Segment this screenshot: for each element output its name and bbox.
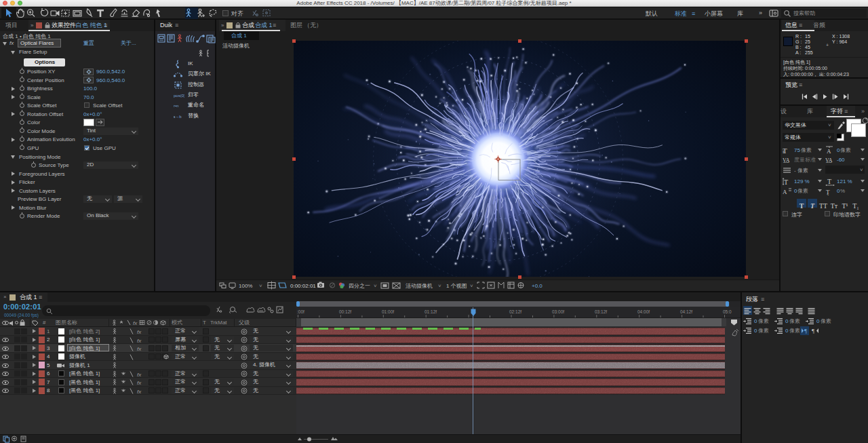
svg-text:r•n: r•n — [174, 104, 178, 108]
svg-text:T̰: T̰ — [826, 189, 830, 195]
svg-text:fx: fx — [137, 372, 142, 378]
svg-text:fx: fx — [137, 329, 142, 335]
svg-text:V̲A̲: V̲A̲ — [783, 157, 790, 163]
svg-text:A: A — [827, 148, 831, 155]
svg-text:¶: ¶ — [812, 328, 814, 334]
svg-text:V̲A̲: V̲A̲ — [825, 157, 833, 163]
svg-text:fx: fx — [137, 338, 142, 344]
svg-text:fx: fx — [137, 346, 142, 352]
svg-text:fx: fx — [137, 380, 142, 386]
svg-text:fx: fx — [137, 389, 142, 395]
svg-text:pos(0): pos(0) — [174, 94, 184, 98]
svg-text:¶: ¶ — [804, 328, 807, 334]
svg-text:fx: fx — [133, 320, 138, 326]
svg-text:A: A — [783, 189, 787, 195]
svg-text:T: T — [827, 178, 831, 185]
svg-text:T: T — [784, 178, 788, 186]
svg-text:a→b: a→b — [174, 115, 182, 119]
